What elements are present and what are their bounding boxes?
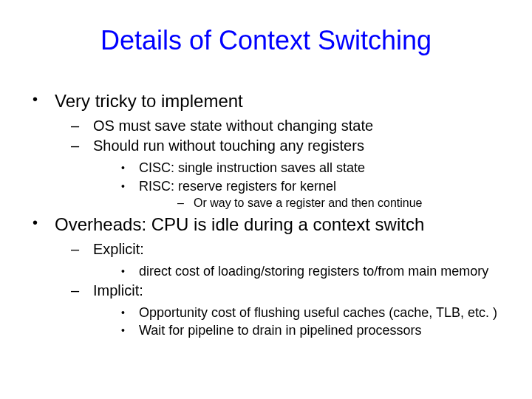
slide: Details of Context Switching Very tricky…	[0, 0, 532, 399]
bullet-list: Opportunity cost of flushing useful cach…	[93, 304, 510, 339]
bullet-text: Opportunity cost of flushing useful cach…	[139, 305, 497, 320]
bullet-list: OS must save state without changing stat…	[55, 117, 510, 211]
bullet-text: direct cost of loading/storing registers…	[139, 264, 488, 279]
list-item: Explicit: direct cost of loading/storing…	[55, 240, 510, 280]
bullet-text: OS must save state without changing stat…	[93, 117, 373, 134]
list-item: Should run without touching any register…	[55, 137, 510, 211]
list-item: CISC: single instruction saves all state	[93, 160, 510, 177]
bullet-text: Overheads: CPU is idle during a context …	[55, 214, 424, 234]
list-item: RISC: reserve registers for kernel Or wa…	[93, 178, 510, 211]
list-item: Wait for pipeline to drain in pipelined …	[93, 322, 510, 339]
bullet-list: Or way to save a register and then conti…	[139, 196, 510, 211]
bullet-list: CISC: single instruction saves all state…	[93, 160, 510, 211]
bullet-text: Should run without touching any register…	[93, 137, 364, 154]
bullet-text: Implicit:	[93, 282, 143, 299]
list-item: Very tricky to implement OS must save st…	[22, 90, 510, 211]
bullet-list: direct cost of loading/storing registers…	[93, 263, 510, 280]
bullet-text: Or way to save a register and then conti…	[194, 197, 423, 209]
list-item: Implicit: Opportunity cost of flushing u…	[55, 282, 510, 339]
slide-title: Details of Context Switching	[22, 0, 510, 64]
list-item: Opportunity cost of flushing useful cach…	[93, 304, 510, 321]
bullet-text: Explicit:	[93, 241, 144, 257]
bullet-list: Very tricky to implement OS must save st…	[22, 90, 510, 339]
bullet-text: Wait for pipeline to drain in pipelined …	[139, 323, 422, 338]
list-item: OS must save state without changing stat…	[55, 117, 510, 135]
list-item: direct cost of loading/storing registers…	[93, 263, 510, 280]
bullet-text: CISC: single instruction saves all state	[139, 160, 365, 175]
list-item: Overheads: CPU is idle during a context …	[22, 214, 510, 339]
bullet-text: Very tricky to implement	[55, 91, 243, 111]
bullet-text: RISC: reserve registers for kernel	[139, 179, 336, 194]
bullet-list: Explicit: direct cost of loading/storing…	[55, 240, 510, 339]
slide-body: Very tricky to implement OS must save st…	[22, 64, 510, 339]
list-item: Or way to save a register and then conti…	[139, 196, 510, 211]
